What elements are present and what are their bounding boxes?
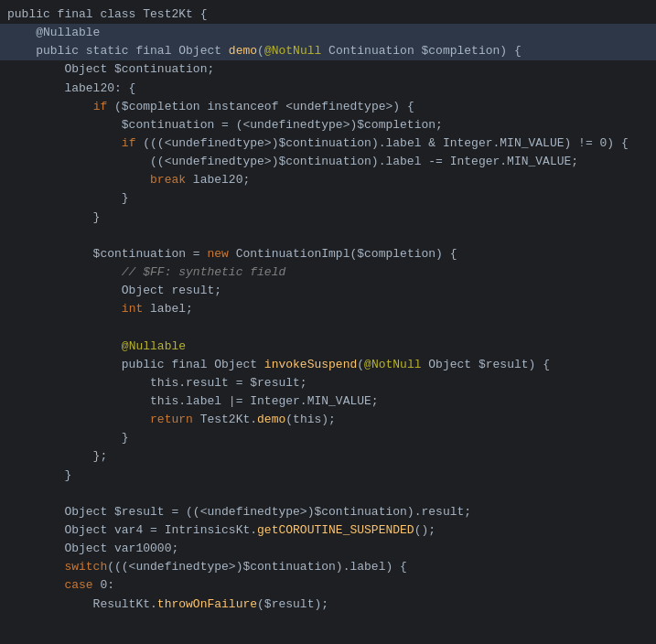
code-line-17: int label; bbox=[0, 300, 656, 318]
code-line-19: @Nullable bbox=[0, 338, 656, 356]
code-line-14: $continuation = new ContinuationImpl($co… bbox=[0, 245, 656, 263]
code-line-10: break label20; bbox=[0, 171, 656, 189]
code-line-6: if ($completion instanceof <undefinedtyp… bbox=[0, 98, 656, 116]
code-line-30: Object var10000; bbox=[0, 540, 656, 558]
code-line-2: @Nullable bbox=[0, 24, 656, 42]
code-line-20: public final Object invokeSuspend(@NotNu… bbox=[0, 356, 656, 374]
code-line-15: // $FF: synthetic field bbox=[0, 263, 656, 282]
code-line-11: } bbox=[0, 189, 656, 208]
code-line-22: this.label |= Integer.MIN_VALUE; bbox=[0, 392, 656, 411]
code-line-5: label20: { bbox=[0, 80, 656, 98]
code-line-31: switch(((<undefinedtype>)$continuation).… bbox=[0, 558, 656, 576]
code-line-3: public static final Object demo(@NotNull… bbox=[0, 42, 656, 60]
code-line-13 bbox=[0, 227, 656, 245]
code-line-18 bbox=[0, 318, 656, 337]
code-line-32: case 0: bbox=[0, 576, 656, 595]
code-line-24: } bbox=[0, 429, 656, 447]
code-line-23: return Test2Kt.demo(this); bbox=[0, 411, 656, 429]
code-line-25: }; bbox=[0, 447, 656, 466]
code-line-16: Object result; bbox=[0, 282, 656, 300]
code-line-29: Object var4 = IntrinsicsKt.getCOROUTINE_… bbox=[0, 521, 656, 540]
code-line-21: this.result = $result; bbox=[0, 374, 656, 392]
code-line-9: ((<undefinedtype>)$continuation).label -… bbox=[0, 153, 656, 171]
code-line-26: } bbox=[0, 467, 656, 485]
code-line-27 bbox=[0, 485, 656, 503]
code-line-4: Object $continuation; bbox=[0, 60, 656, 79]
code-editor: public final class Test2Kt { @Nullable p… bbox=[0, 0, 656, 619]
code-line-33: ResultKt.throwOnFailure($result); bbox=[0, 596, 656, 614]
code-line-12: } bbox=[0, 209, 656, 227]
code-line-1: public final class Test2Kt { bbox=[0, 5, 656, 24]
code-line-8: if (((<undefinedtype>)$continuation).lab… bbox=[0, 134, 656, 153]
code-line-7: $continuation = (<undefinedtype>)$comple… bbox=[0, 116, 656, 134]
code-line-28: Object $result = ((<undefinedtype>)$cont… bbox=[0, 503, 656, 521]
